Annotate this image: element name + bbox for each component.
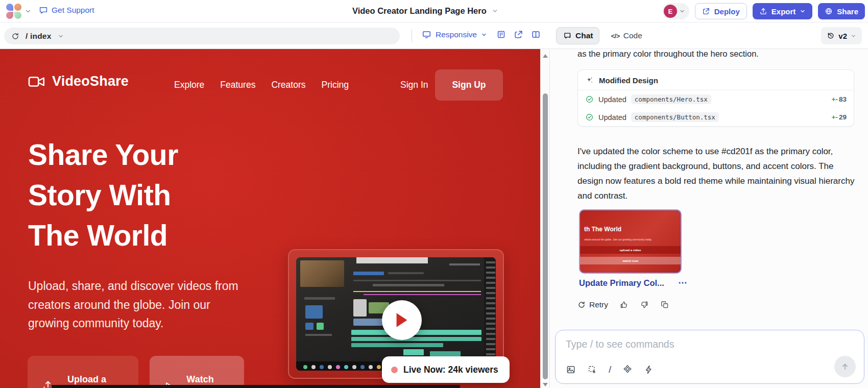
thumbs-up-icon[interactable] (619, 300, 629, 309)
copy-icon[interactable] (660, 300, 669, 309)
thumbnail-caption-row: Update Primary Col... (579, 278, 688, 288)
scroll-down-arrow-icon[interactable] (543, 383, 548, 386)
sign-in-link[interactable]: Sign In (400, 80, 428, 90)
tab-code[interactable]: </> Code (611, 31, 642, 40)
deploy-button[interactable]: Deploy (695, 3, 747, 19)
workspace-chevron-down-icon[interactable] (25, 8, 32, 15)
export-chevron-down-icon (800, 8, 806, 14)
upload-video-button[interactable]: Upload a Video (28, 356, 138, 388)
check-circle-icon (585, 113, 594, 122)
open-in-new-window-icon[interactable] (514, 30, 523, 39)
live-now-badge: Live Now: 24k viewers (382, 356, 510, 383)
send-button[interactable] (834, 356, 856, 377)
export-button[interactable]: Export (753, 3, 813, 19)
live-dot-icon (391, 367, 398, 373)
url-bar[interactable]: / index (4, 28, 400, 44)
external-link-icon (702, 7, 710, 15)
retry-label: Retry (589, 300, 608, 309)
ellipsis-menu-icon[interactable] (678, 278, 688, 288)
select-element-icon[interactable] (587, 365, 597, 375)
get-support-label: Get Support (52, 6, 94, 15)
chat-input-box: / (555, 330, 864, 384)
hero-heading-line: Story With (28, 175, 178, 215)
watch-now-button[interactable]: Watch Now (150, 356, 244, 388)
nav-creators[interactable]: Creators (271, 80, 305, 90)
scrollbar-thumb[interactable] (543, 93, 548, 379)
scroll-up-arrow-icon[interactable] (543, 54, 548, 58)
get-support-link[interactable]: Get Support (39, 6, 94, 15)
slash-command-icon[interactable]: / (609, 364, 611, 375)
file-chip: components/Hero.tsx (631, 94, 711, 104)
refresh-icon[interactable] (11, 32, 19, 40)
hero-heading-line: Share Your (28, 135, 178, 175)
sparkle-icon (585, 76, 594, 85)
panel-tabs: Chat </> Code (556, 27, 642, 44)
nav-pricing[interactable]: Pricing (322, 80, 349, 90)
image-icon[interactable] (566, 365, 576, 375)
brand[interactable]: VideoShare (28, 74, 129, 89)
preview-scrollbar[interactable] (540, 49, 549, 388)
message-actions: Retry (577, 300, 669, 309)
split-view-icon[interactable] (531, 30, 541, 39)
viewport-label: Responsive (436, 30, 477, 39)
hero-heading-line: The World (28, 215, 178, 256)
thumbnail-caption[interactable]: Update Primary Col... (579, 278, 664, 288)
diff-stats: +-83 (832, 95, 847, 103)
project-title-menu[interactable]: Video Creator Landing Page Hero (352, 6, 498, 16)
modified-design-title: Modified Design (599, 76, 658, 85)
share-button[interactable]: Share (818, 3, 865, 19)
url-path: / index (26, 32, 52, 41)
version-thumbnail[interactable]: th The World videos around the globe. Jo… (579, 209, 682, 274)
preview-toolbar: / index Responsive (0, 22, 868, 49)
preview-pane: VideoShare Explore Features Creators Pri… (0, 49, 549, 388)
nav-features[interactable]: Features (220, 80, 255, 90)
diff-stats: +-29 (832, 113, 847, 121)
mini-heading: th The World (584, 226, 621, 233)
viewport-selector[interactable]: Responsive (422, 30, 487, 39)
arrow-up-icon (840, 362, 850, 371)
nav-explore[interactable]: Explore (174, 80, 204, 90)
preview-tools (496, 30, 541, 39)
app-logo-icon[interactable] (6, 4, 21, 19)
composer-tools: / (566, 364, 654, 375)
file-update-row[interactable]: Updated components/Button.tsx +-29 (578, 108, 854, 126)
hero-navbar: VideoShare Explore Features Creators Pri… (0, 49, 540, 105)
project-title: Video Creator Landing Page Hero (352, 6, 487, 16)
hero-paragraph: Upload, share, and discover videos from … (28, 277, 252, 333)
file-update-row[interactable]: Updated components/Hero.tsx +-83 (578, 90, 854, 108)
video-camera-icon (28, 74, 45, 89)
version-label: v2 (838, 32, 847, 40)
components-diamonds-icon[interactable] (622, 365, 633, 375)
play-button[interactable] (382, 300, 422, 340)
topbar: Get Support Video Creator Landing Page H… (0, 0, 868, 22)
account-chevron-down-icon (679, 8, 685, 14)
code-icon: </> (611, 32, 619, 40)
modified-design-header: Modified Design (578, 70, 854, 90)
hero-nav-links: Explore Features Creators Pricing (174, 80, 349, 90)
viewport-chevron-down-icon (481, 32, 487, 38)
tab-chat[interactable]: Chat (556, 27, 599, 44)
mini-watch-button: watch now (580, 257, 681, 264)
retry-button[interactable]: Retry (577, 300, 608, 309)
lightning-icon[interactable] (644, 365, 654, 375)
topbar-actions: E Deploy Export (662, 3, 865, 19)
toolbar-divider (412, 29, 412, 42)
check-circle-icon (585, 95, 594, 104)
upload-icon (759, 7, 767, 15)
account-menu[interactable]: E (662, 3, 689, 19)
globe-icon (825, 7, 833, 15)
deploy-label: Deploy (714, 7, 740, 16)
next-section-edge (52, 385, 460, 388)
modified-design-card: Modified Design Updated components/Hero.… (577, 69, 854, 127)
brand-name: VideoShare (52, 74, 129, 89)
layout-board-icon[interactable] (496, 30, 506, 39)
chat-input[interactable] (566, 336, 811, 352)
retry-icon (577, 301, 586, 309)
version-selector[interactable]: v2 (821, 27, 862, 44)
app-window: Get Support Video Creator Landing Page H… (0, 0, 868, 388)
sign-up-button[interactable]: Sign Up (435, 69, 503, 101)
assistant-message-tail: as the primary color throughout the hero… (577, 49, 856, 59)
url-chevron-down-icon[interactable] (58, 33, 64, 39)
chat-tab-label: Chat (575, 31, 593, 40)
thumbs-down-icon[interactable] (640, 300, 649, 309)
